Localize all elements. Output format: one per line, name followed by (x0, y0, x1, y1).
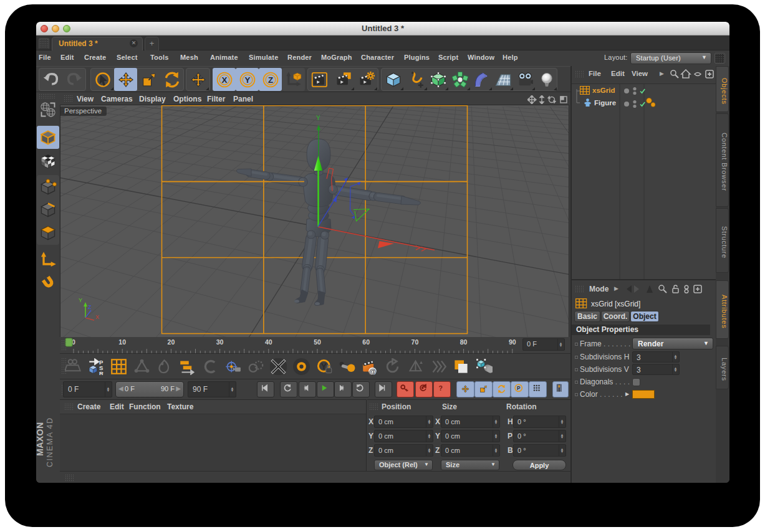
svg-text:Y: Y (316, 115, 320, 121)
svg-text:80: 80 (460, 338, 468, 346)
svg-text:20: 20 (168, 338, 175, 346)
svg-text:X: X (95, 314, 99, 320)
svg-text:70: 70 (411, 338, 419, 346)
svg-text:P: P (516, 386, 520, 391)
svg-text:30: 30 (216, 338, 224, 346)
svg-text:Y: Y (79, 297, 82, 303)
svg-text:R: R (99, 370, 103, 375)
svg-text:Z: Z (88, 304, 92, 310)
svg-text:X: X (221, 75, 227, 84)
svg-text:?: ? (439, 384, 443, 392)
svg-text:10: 10 (118, 338, 126, 346)
svg-text:40: 40 (265, 338, 272, 346)
svg-text:@: @ (369, 368, 376, 375)
svg-text:60: 60 (362, 338, 370, 346)
svg-text:50: 50 (314, 338, 321, 346)
svg-text:90: 90 (509, 338, 516, 346)
svg-text:Z: Z (267, 75, 272, 84)
svg-text:Y: Y (244, 75, 250, 84)
